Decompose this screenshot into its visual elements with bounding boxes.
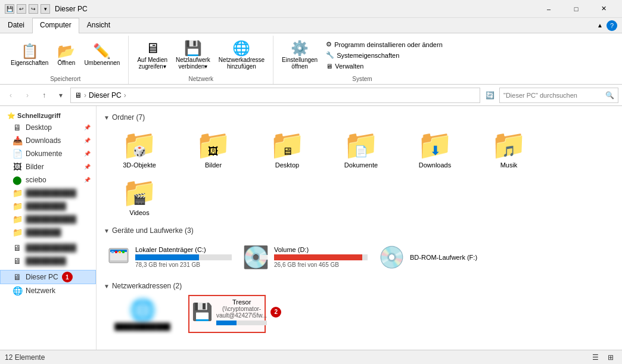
- undo-icon: ↩: [17, 4, 26, 14]
- sidebar-item-dokumente[interactable]: 📄 Dokumente 📌: [0, 147, 96, 160]
- umbenennen-button[interactable]: ✏️ Umbenennen: [80, 38, 123, 73]
- up-button[interactable]: ↑: [37, 88, 51, 102]
- drive-d[interactable]: 💽 Volume (D:) 26,6 GB frei von 465 GB: [240, 239, 371, 275]
- window-title: Dieser PC: [55, 5, 535, 13]
- sciebo-icon: ⬤: [13, 175, 22, 185]
- quick-access-icon: 💾: [5, 4, 14, 14]
- tresor-name: Tresor: [216, 298, 267, 306]
- netzadresse-icon: 🌐: [232, 41, 250, 55]
- sidebar-item-blurred1[interactable]: 📁 ██████████: [0, 186, 96, 200]
- ribbon-collapse-icon[interactable]: ▲: [597, 22, 603, 29]
- speicherort-label: Speicherort: [50, 74, 80, 84]
- tab-datei[interactable]: Datei: [0, 18, 32, 33]
- tab-computer[interactable]: Computer: [32, 18, 79, 33]
- ribbon-group-netzwerk: 🖥 Auf Medienzugreifen▾ 💾 Netzlaufwerkver…: [129, 36, 273, 84]
- search-box[interactable]: 🔍: [499, 88, 618, 103]
- sidebar-item-blurred4[interactable]: 📁 ███████: [0, 226, 96, 239]
- tresor-bar: [216, 321, 237, 325]
- maximize-button[interactable]: □: [562, 0, 590, 18]
- sidebar-item-blurred2[interactable]: 📁 ████████: [0, 200, 96, 213]
- sidebar-item-blurred5[interactable]: 🖥 ██████████: [0, 241, 96, 254]
- netzlaufwerk-button[interactable]: 💾 Netzlaufwerkverbinden▾: [172, 38, 214, 73]
- medien-button[interactable]: 🖥 Auf Medienzugreifen▾: [133, 38, 171, 73]
- oeffnen-button[interactable]: 📂 Öffnen: [53, 38, 79, 73]
- close-button[interactable]: ✕: [590, 0, 617, 18]
- sidebar-item-dieser-pc[interactable]: 🖥 Dieser PC 1: [0, 270, 96, 284]
- folder-dokumente-wrap: 📁 📄: [342, 129, 380, 160]
- eigenschaften-button[interactable]: 📋 Eigenschaften: [7, 38, 52, 73]
- refresh-button[interactable]: 🔄: [483, 88, 497, 102]
- sidebar-item-bilder[interactable]: 🖼 Bilder 📌: [0, 160, 96, 173]
- svg-rect-4: [115, 251, 117, 253]
- back-button[interactable]: ‹: [4, 88, 18, 102]
- sidebar-item-downloads[interactable]: 📥 Downloads 📌: [0, 134, 96, 147]
- sidebar-item-blurred6[interactable]: 🖥 ████████: [0, 254, 96, 267]
- systemeigenschaften-icon: 🔧: [326, 51, 334, 59]
- folder-musik[interactable]: 📁 🎵 Musik: [473, 126, 545, 172]
- folder-3d-objekte[interactable]: 📁 🎲 3D-Objekte: [104, 126, 175, 172]
- drive-d-bar-wrap: [274, 254, 368, 260]
- details-view-button[interactable]: ☰: [589, 351, 602, 364]
- help-icon[interactable]: ?: [607, 20, 617, 31]
- network-item-tresor[interactable]: 💾 Tresor (\\cryptomator-vault@42427\5fw.…: [188, 295, 266, 333]
- sidebar-item-blurred3[interactable]: 📁 ██████████: [0, 213, 96, 226]
- ribbon-tabs: Datei Computer Ansicht ▲ ?: [0, 18, 622, 33]
- tab-ansicht[interactable]: Ansicht: [79, 18, 118, 33]
- netzadresse-button[interactable]: 🌐 Netzwerkadressehinzufügen: [215, 38, 268, 73]
- folders-section-header[interactable]: ▼ Ordner (7): [104, 113, 615, 122]
- net-blurred-icon: 🌐: [129, 298, 156, 323]
- search-input[interactable]: [503, 92, 603, 99]
- netzwerk-label: Netzwerk: [188, 74, 213, 84]
- sidebar-item-netzwerk[interactable]: 🌐 Netzwerk: [0, 284, 96, 297]
- sidebar-blurred5-label: ██████████: [26, 244, 76, 252]
- network-item-blurred[interactable]: 🌐 ████████████: [104, 295, 181, 333]
- drive-c-bar-wrap: [135, 254, 232, 260]
- sidebar-item-desktop[interactable]: 🖥 Desktop 📌: [0, 121, 96, 134]
- network-section-header[interactable]: ▼ Netzwerkadressen (2): [104, 282, 615, 290]
- folders-chevron: ▼: [104, 114, 110, 121]
- drives-section-header[interactable]: ▼ Geräte und Laufwerke (3): [104, 226, 615, 235]
- drive-c[interactable]: Lokaler Datenträger (C:) 78,3 GB frei vo…: [104, 239, 235, 275]
- sidebar-sciebo-label: sciebo: [26, 176, 46, 184]
- folders-section-label: Ordner (7): [112, 113, 145, 122]
- status-count: 12 Elemente: [5, 353, 45, 362]
- folder-blurred4-icon: 📁: [13, 228, 22, 237]
- sidebar-bilder-label: Bilder: [26, 163, 44, 171]
- folder-bilder[interactable]: 📁 🖼 Bilder: [178, 126, 249, 172]
- folder-downloads[interactable]: 📁 ⬇ Downloads: [399, 126, 471, 172]
- drive-f-name: BD-ROM-Laufwerk (F:): [410, 254, 477, 261]
- drive-d-icon: 💽: [242, 245, 269, 270]
- minimize-button[interactable]: –: [535, 0, 562, 18]
- folder-blurred1-icon: 📁: [13, 188, 22, 198]
- sidebar-item-sciebo[interactable]: ⬤ sciebo 📌: [0, 173, 96, 186]
- drives-grid: Lokaler Datenträger (C:) 78,3 GB frei vo…: [104, 239, 615, 275]
- large-icons-view-button[interactable]: ⊞: [604, 351, 617, 364]
- system-label: System: [352, 74, 372, 84]
- path-dieser-pc[interactable]: Dieser PC: [89, 91, 122, 99]
- folder-dokumente[interactable]: 📁 📄 Dokumente: [325, 126, 397, 172]
- forward-button[interactable]: ›: [20, 88, 35, 102]
- folder-bilder-label: Bilder: [205, 161, 222, 169]
- pin-icon-sciebo: 📌: [84, 177, 91, 183]
- systemeigenschaften-button[interactable]: 🔧 Systemeigenschaften: [322, 50, 446, 61]
- einstellungen-button[interactable]: ⚙️ Einstellungenöffnen: [278, 38, 321, 73]
- sidebar-schnellzugriff-header[interactable]: ⭐ Schnellzugriff: [0, 111, 96, 121]
- system-small-buttons: ⚙ Programm deinstallieren oder ändern 🔧 …: [322, 39, 446, 71]
- folder-videos[interactable]: 📁 🎬 Videos: [104, 174, 175, 219]
- verwalten-button[interactable]: 🖥 Verwalten: [322, 61, 446, 71]
- redo-icon: ↪: [29, 4, 38, 14]
- folder-desktop[interactable]: 📁 🖥 Desktop: [251, 126, 323, 172]
- view-controls: ☰ ⊞: [589, 351, 617, 364]
- sidebar-dokumente-label: Dokumente: [26, 150, 62, 158]
- programm-button[interactable]: ⚙ Programm deinstallieren oder ändern: [322, 39, 446, 50]
- drive-f[interactable]: 💿 BD-ROM-Laufwerk (F:): [375, 239, 480, 275]
- dieser-pc-badge: 1: [62, 272, 73, 282]
- folder-blurred2-icon: 📁: [13, 201, 22, 211]
- folder-blurred3-icon: 📁: [13, 214, 22, 224]
- net-blurred5-icon: 🖥: [13, 243, 22, 253]
- net-blurred6-icon: 🖥: [13, 256, 22, 266]
- dropdown-icon[interactable]: ▾: [41, 4, 50, 14]
- netzwerk-buttons: 🖥 Auf Medienzugreifen▾ 💾 Netzlaufwerkver…: [133, 36, 268, 74]
- recent-button[interactable]: ▾: [54, 88, 68, 102]
- address-path[interactable]: 🖥 › Dieser PC ›: [70, 88, 480, 103]
